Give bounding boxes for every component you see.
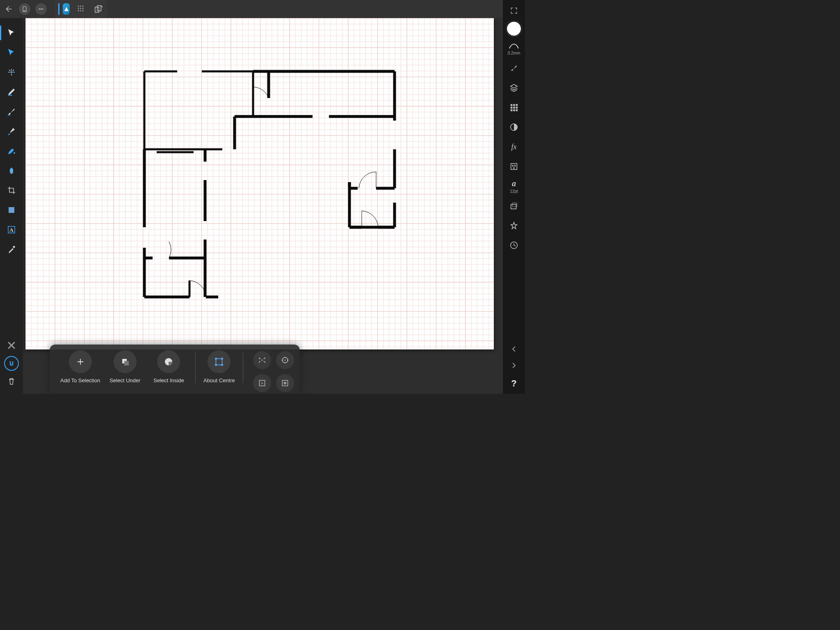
shape-tool[interactable] (0, 200, 23, 220)
about-centre-toggle[interactable]: About Centre (203, 350, 236, 383)
svg-rect-43 (124, 361, 129, 365)
svg-point-52 (285, 360, 286, 361)
crop-tool[interactable] (0, 180, 23, 200)
svg-rect-16 (97, 6, 101, 11)
svg-rect-14 (82, 10, 84, 11)
artboard[interactable] (25, 18, 494, 349)
fill-tool[interactable] (0, 141, 23, 161)
deselect-button[interactable] (0, 337, 23, 354)
svg-point-1 (24, 11, 25, 11)
convert-to-curves-button[interactable]: A (253, 374, 271, 392)
artistic-text-tool[interactable]: A (0, 220, 23, 240)
swatches-panel[interactable] (503, 98, 525, 117)
svg-rect-6 (78, 6, 79, 7)
transform-panel[interactable] (503, 196, 525, 216)
alignment-options-button[interactable] (253, 351, 271, 369)
svg-rect-11 (82, 8, 84, 9)
character-icon: a (512, 179, 516, 188)
app-logo-icon (63, 3, 70, 15)
designer-persona[interactable] (58, 3, 70, 15)
pen-tool[interactable] (0, 121, 23, 141)
node-tool[interactable] (0, 43, 23, 62)
svg-rect-26 (513, 104, 515, 106)
point-transform-tool[interactable] (0, 62, 23, 82)
font-size-value: 12pt (510, 189, 518, 194)
transparency-tool[interactable] (0, 161, 23, 180)
fullscreen-toggle[interactable] (503, 2, 525, 19)
select-under-button[interactable]: Select Under (106, 350, 144, 383)
top-toolbar (0, 0, 525, 18)
svg-text:A: A (9, 227, 14, 233)
svg-rect-21 (9, 207, 14, 213)
floorplan-drawing[interactable] (25, 18, 494, 349)
layers-panel[interactable] (503, 78, 525, 98)
svg-rect-30 (516, 107, 518, 109)
svg-rect-8 (82, 6, 84, 7)
transform-origin-button[interactable] (276, 351, 294, 369)
svg-rect-7 (80, 6, 81, 7)
svg-point-37 (514, 165, 516, 167)
svg-point-38 (513, 167, 515, 169)
svg-point-24 (13, 246, 15, 248)
brushes-panel[interactable] (503, 58, 525, 78)
current-fill-swatch[interactable] (503, 19, 525, 39)
svg-point-0 (23, 11, 24, 11)
svg-point-19 (14, 152, 15, 154)
delete-button[interactable] (0, 373, 23, 390)
character-panel[interactable]: a 12pt (503, 176, 525, 196)
stroke-width-panel[interactable]: 0.2mm (503, 39, 525, 58)
svg-rect-45 (216, 358, 222, 365)
export-persona[interactable] (93, 3, 104, 15)
navigator-panel[interactable] (503, 216, 525, 235)
effects-panel[interactable]: fx (503, 137, 525, 157)
history-panel[interactable] (503, 235, 525, 255)
next-button[interactable] (510, 362, 518, 371)
move-tool[interactable] (0, 23, 23, 43)
svg-text:A: A (261, 381, 263, 385)
document-menu-button[interactable] (19, 3, 30, 15)
adjustments-panel[interactable] (503, 117, 525, 137)
svg-rect-31 (511, 110, 513, 112)
svg-point-3 (39, 9, 40, 9)
svg-rect-49 (221, 364, 223, 365)
svg-rect-25 (511, 104, 513, 106)
svg-rect-13 (80, 10, 81, 11)
colour-picker-tool[interactable] (0, 240, 23, 259)
svg-point-5 (42, 9, 43, 9)
select-inside-button[interactable]: Select Inside (150, 350, 188, 383)
svg-rect-27 (516, 104, 518, 106)
separator (243, 352, 243, 383)
canvas-stage[interactable]: Add To Selection Select Under Select Ins… (23, 18, 503, 394)
svg-rect-33 (516, 110, 518, 112)
pixel-persona[interactable] (75, 3, 87, 15)
add-to-selection-button[interactable]: Add To Selection (60, 350, 100, 383)
snapping-toggle[interactable] (4, 356, 19, 371)
pencil-tool[interactable] (0, 82, 23, 102)
svg-point-17 (11, 71, 13, 73)
styles-panel[interactable] (503, 157, 525, 176)
svg-rect-39 (511, 204, 516, 209)
svg-rect-20 (11, 173, 12, 174)
fx-icon: fx (511, 143, 517, 151)
svg-rect-32 (513, 110, 515, 112)
previous-button[interactable] (510, 345, 518, 354)
svg-rect-10 (80, 8, 81, 9)
left-tool-strip: A (0, 18, 23, 394)
svg-point-57 (285, 383, 285, 383)
svg-point-4 (41, 9, 41, 9)
more-menu-button[interactable] (35, 3, 47, 15)
help-button[interactable]: ? (511, 378, 516, 389)
svg-point-50 (262, 360, 263, 361)
svg-rect-47 (221, 358, 223, 359)
fill-colour-icon (507, 22, 521, 36)
right-studio-strip: 0.2mm fx a 12pt ? (503, 0, 525, 394)
svg-point-36 (512, 165, 514, 167)
hide-selection-button[interactable] (276, 374, 294, 392)
svg-point-18 (9, 132, 10, 133)
stroke-width-value: 0.2mm (508, 51, 520, 55)
svg-rect-12 (78, 10, 79, 11)
back-button[interactable] (0, 0, 16, 18)
vector-brush-tool[interactable] (0, 102, 23, 121)
svg-rect-48 (215, 364, 217, 365)
svg-rect-28 (511, 107, 513, 109)
